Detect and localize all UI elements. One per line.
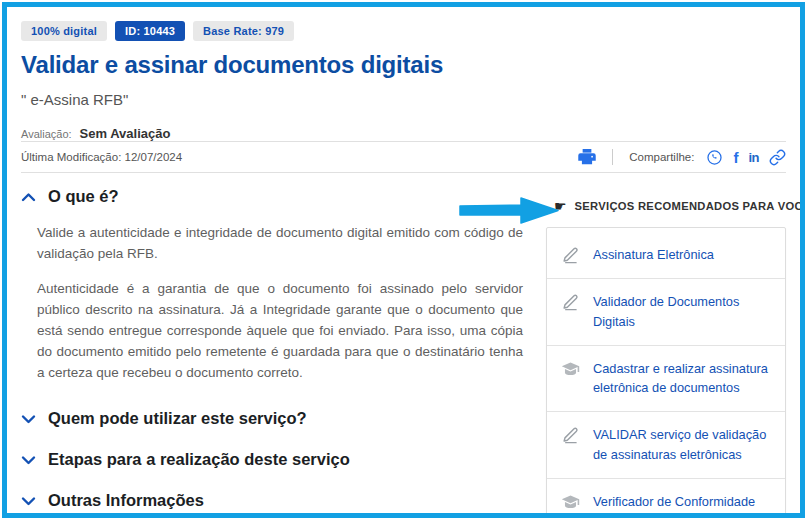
link-icon[interactable] (769, 149, 786, 166)
paragraph: Valide a autenticidade e integridade de … (37, 222, 523, 264)
section-header-o-que-e[interactable]: O que é? (21, 187, 523, 206)
recommended-heading: ☛ SERVIÇOS RECOMENDADOS PARA VOCÊ (546, 199, 786, 213)
badge-digital: 100% digital (21, 21, 107, 41)
recommended-panel: Assinatura Eletrônica Validador de Docum… (546, 227, 786, 518)
whatsapp-icon[interactable] (706, 149, 723, 166)
service-link-cadastrar-assinatura[interactable]: Cadastrar e realizar assinatura eletrôni… (547, 345, 785, 412)
section-body: Valide a autenticidade e integridade de … (37, 222, 523, 383)
vertical-divider (612, 149, 613, 165)
section-header-outras-informacoes[interactable]: Outras Informações (21, 491, 523, 510)
section-o-que-e: O que é? Valide a autenticidade e integr… (21, 187, 523, 383)
signature-icon (561, 426, 581, 445)
section-title: Outras Informações (48, 491, 204, 510)
section-title: O que é? (48, 187, 119, 206)
service-link-label: Validador de Documentos Digitais (593, 292, 771, 332)
section-title: Quem pode utilizar este serviço? (48, 409, 307, 428)
service-link-label: Verificador de Conformidade de Assinatur… (593, 492, 771, 518)
chevron-down-icon (21, 496, 36, 506)
signature-icon (561, 293, 581, 312)
badge-base-rate: Base Rate: 979 (193, 21, 294, 41)
section-quem-pode: Quem pode utilizar este serviço? (21, 409, 523, 428)
paragraph: Autenticidade é a garantia de que o docu… (37, 278, 523, 383)
chevron-down-icon (21, 455, 36, 465)
page-title: Validar e assinar documentos digitais (21, 51, 786, 79)
page-content: 100% digital ID: 10443 Base Rate: 979 Va… (7, 7, 800, 513)
main-area: O que é? Valide a autenticidade e integr… (21, 185, 786, 518)
divider (21, 172, 786, 173)
badge-row: 100% digital ID: 10443 Base Rate: 979 (21, 21, 786, 41)
section-outras-informacoes: Outras Informações (21, 491, 523, 510)
graduation-cap-icon (561, 360, 581, 379)
page-frame: 100% digital ID: 10443 Base Rate: 979 Va… (2, 2, 805, 518)
page-subtitle: " e-Assina RFB" (21, 91, 786, 108)
rating-value: Sem Avaliação (80, 126, 171, 141)
signature-icon (561, 246, 581, 265)
section-header-quem-pode[interactable]: Quem pode utilizar este serviço? (21, 409, 523, 428)
section-title: Etapas para a realização deste serviço (48, 450, 350, 469)
section-etapas: Etapas para a realização deste serviço (21, 450, 523, 469)
print-icon[interactable] (578, 149, 596, 165)
service-link-verificador-conformidade[interactable]: Verificador de Conformidade de Assinatur… (547, 478, 785, 518)
last-modified: Última Modificação: 12/07/2024 (21, 151, 182, 163)
service-link-label: Cadastrar e realizar assinatura eletrôni… (593, 359, 771, 399)
chevron-down-icon (21, 414, 36, 424)
rating-label: Avaliação: (21, 128, 72, 140)
service-link-assinatura-eletronica[interactable]: Assinatura Eletrônica (547, 232, 785, 278)
meta-row: Última Modificação: 12/07/2024 Compartil… (21, 142, 786, 172)
recommended-title: SERVIÇOS RECOMENDADOS PARA VOCÊ (575, 200, 805, 212)
share-group: Compartilhe: f in (578, 149, 786, 166)
chevron-up-icon (21, 192, 36, 202)
recommended-services: ☛ SERVIÇOS RECOMENDADOS PARA VOCÊ Assina… (546, 185, 786, 518)
graduation-cap-icon (561, 493, 581, 512)
service-link-label: VALIDAR serviço de validação de assinatu… (593, 425, 771, 465)
service-link-validador-documentos[interactable]: Validador de Documentos Digitais (547, 278, 785, 345)
service-link-label: Assinatura Eletrônica (593, 245, 714, 265)
accordion: O que é? Valide a autenticidade e integr… (21, 185, 523, 518)
annotation-arrow (459, 197, 561, 224)
badge-id: ID: 10443 (115, 21, 185, 41)
rating-row: Avaliação: Sem Avaliação (21, 126, 786, 141)
linkedin-icon[interactable]: in (748, 151, 759, 164)
facebook-icon[interactable]: f (733, 150, 738, 165)
section-header-etapas[interactable]: Etapas para a realização deste serviço (21, 450, 523, 469)
service-link-validar-assinaturas[interactable]: VALIDAR serviço de validação de assinatu… (547, 411, 785, 478)
share-label: Compartilhe: (629, 151, 694, 163)
